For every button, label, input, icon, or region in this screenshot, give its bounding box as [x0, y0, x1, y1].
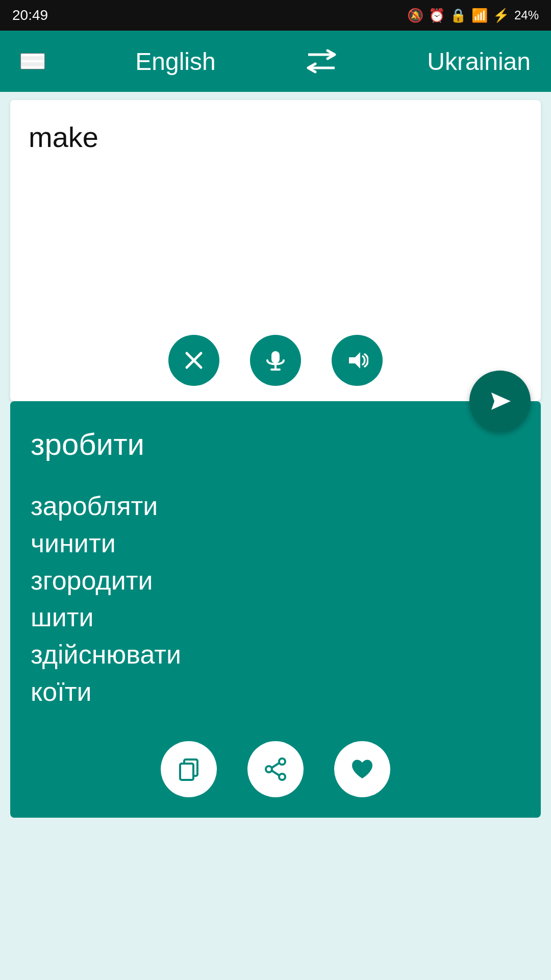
list-item: здійснювати	[31, 636, 520, 673]
alarm-icon: ⏰	[429, 8, 445, 23]
favorite-button[interactable]	[334, 741, 390, 797]
svg-point-9	[279, 758, 285, 765]
clear-button[interactable]	[168, 335, 219, 386]
list-item: шити	[31, 599, 520, 636]
speaker-button[interactable]	[332, 335, 383, 386]
lock-icon: 🔒	[450, 8, 466, 23]
signal-icon: 📶	[471, 8, 488, 23]
translate-fab-button[interactable]	[469, 371, 531, 432]
list-item: заробляти	[31, 487, 520, 525]
main-translation: зробити	[31, 427, 520, 462]
battery-percent: 24%	[514, 8, 539, 22]
output-actions	[31, 741, 520, 797]
battery-icon: ⚡	[493, 8, 509, 23]
svg-line-13	[272, 771, 279, 775]
input-area	[10, 100, 541, 401]
status-icons: 🔕 ⏰ 🔒 📶 ⚡ 24%	[407, 8, 539, 23]
translation-list: заробляти чинити згородити шити здійснюв…	[31, 487, 520, 710]
svg-point-11	[266, 766, 272, 772]
svg-rect-2	[271, 351, 280, 363]
svg-line-12	[272, 763, 279, 768]
output-area: зробити заробляти чинити згородити шити …	[10, 401, 541, 818]
list-item: згородити	[31, 562, 520, 599]
swap-languages-button[interactable]	[306, 48, 337, 74]
source-language[interactable]: English	[135, 47, 215, 76]
status-time: 20:49	[12, 7, 48, 23]
microphone-button[interactable]	[250, 335, 301, 386]
list-item: коїти	[31, 673, 520, 710]
input-actions	[29, 325, 522, 391]
svg-rect-8	[180, 764, 193, 780]
source-text-input[interactable]	[29, 120, 522, 325]
share-button[interactable]	[247, 741, 304, 797]
status-bar: 20:49 🔕 ⏰ 🔒 📶 ⚡ 24%	[0, 0, 551, 31]
svg-marker-6	[491, 393, 511, 410]
list-item: чинити	[31, 525, 520, 562]
toolbar: English Ukrainian	[0, 31, 551, 92]
target-language[interactable]: Ukrainian	[427, 47, 531, 76]
svg-marker-5	[349, 352, 360, 369]
menu-button[interactable]	[20, 53, 45, 69]
copy-button[interactable]	[161, 741, 217, 797]
notification-muted-icon: 🔕	[407, 8, 423, 23]
svg-point-10	[279, 774, 285, 780]
